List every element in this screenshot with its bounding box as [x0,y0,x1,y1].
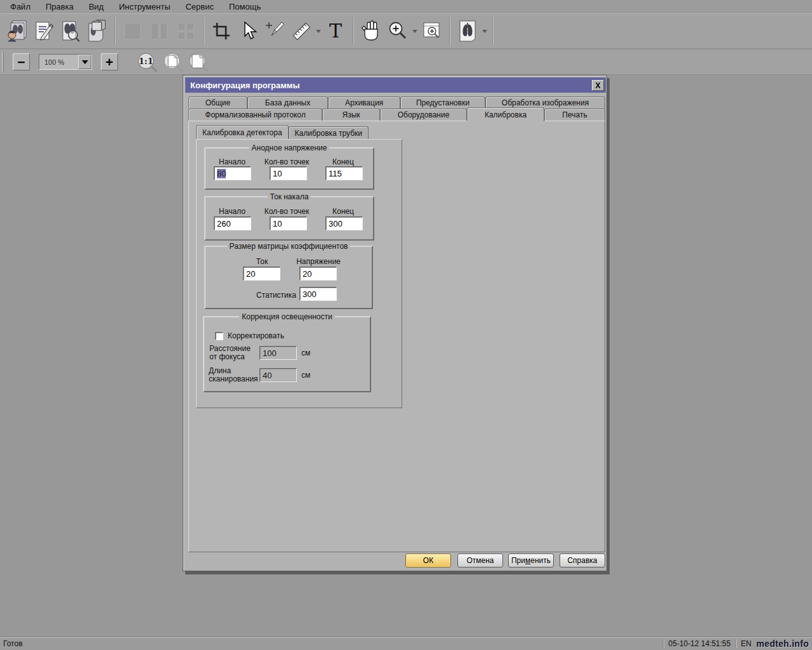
correct-checkbox[interactable] [215,332,223,340]
layout-two-panes-icon [151,23,167,39]
statusbar-separator [663,639,664,648]
view-image-button[interactable] [57,17,84,46]
calibration-subtabs: Калибровка детектора Калибровка трубки [196,126,369,139]
layout-two-panes-button [146,17,173,46]
zoom-level-combo[interactable]: 100 % [39,54,92,70]
matrix-size-group: Размер матрицы коэффициентов Ток Напряже… [204,246,373,309]
fit-width-button[interactable] [185,51,211,74]
ok-button[interactable]: ОК [405,554,451,567]
patient-study-button[interactable] [4,17,30,46]
actual-size-icon: 1:1 [135,51,159,74]
ruler-dropdown-arrow-icon[interactable] [316,30,321,33]
tab-database[interactable]: База данных [247,96,328,109]
zoom-out-button[interactable]: − [13,53,30,70]
filament-start-label: Начало [206,207,259,216]
filament-points-input[interactable] [270,216,307,230]
zoom-in-button[interactable] [384,17,411,46]
anode-end-input[interactable] [325,166,363,180]
svg-text:T: T [329,20,342,42]
patient-study-icon [6,20,28,43]
matrix-voltage-label: Напряжение [292,257,345,266]
status-text: Готов [3,639,658,648]
fit-page-icon [160,51,185,74]
anode-voltage-group-title: Анодное напряжение [206,143,373,152]
toolbar-separator [449,17,450,45]
configuration-dialog: Конфигурация программы X Общие База данн… [183,75,607,571]
scalpel-tool-button[interactable] [261,17,288,46]
filament-current-group: Ток накала Начало Кол-во точек Конец [204,196,374,241]
view-image-icon [60,20,81,43]
apply-button[interactable]: Применить [508,554,554,567]
fit-page-button[interactable] [160,51,185,74]
filament-points-label: Кол-во точек [260,207,313,216]
matrix-voltage-input[interactable] [299,267,337,281]
anode-voltage-group: Анодное напряжение Начало Кол-во точек К… [204,147,374,190]
menu-help[interactable]: Помощь [221,0,268,13]
close-button[interactable]: X [592,80,604,91]
anode-points-label: Кол-во точек [260,157,313,166]
tab-calibration[interactable]: Калибровка [467,107,544,121]
filament-start-input[interactable] [214,216,251,230]
status-datetime: 05-10-12 14:51:55 [669,639,731,648]
menu-edit[interactable]: Правка [38,0,81,13]
subtab-tube-calibration[interactable]: Калибровка трубки [289,126,369,139]
dialog-titlebar[interactable]: Конфигурация программы X [185,77,606,93]
pointer-tool-button[interactable] [235,17,261,46]
calibration-tab-panel: Калибровка детектора Калибровка трубки А… [188,121,605,552]
subtab-detector-calibration[interactable]: Калибровка детектора [196,125,289,139]
ruler-tool-button[interactable] [288,17,315,46]
watermark-text: medteh.info [756,639,809,649]
chevron-down-icon [82,60,88,64]
cancel-button[interactable]: Отмена [457,554,503,567]
help-button[interactable]: Справка [560,554,605,567]
scalpel-icon [264,20,285,42]
tab-formalized-protocol[interactable]: Формализованный протокол [188,109,322,121]
filament-end-label: Конец [317,207,370,216]
close-icon: X [595,81,600,90]
pan-hand-button[interactable] [358,17,384,46]
scan-length-unit: см [301,371,310,380]
export-image-button[interactable] [84,17,110,46]
anode-points-input[interactable] [270,166,307,180]
matrix-statistics-input[interactable] [299,287,337,301]
crop-tool-button[interactable] [208,17,235,46]
lungs-view-button[interactable] [454,17,481,46]
edit-protocol-button[interactable] [30,17,57,46]
svg-text:1:1: 1:1 [139,56,154,66]
actual-size-button[interactable]: 1:1 [134,51,160,74]
focus-distance-input [259,346,297,360]
filament-end-input[interactable] [325,216,363,230]
tab-print[interactable]: Печать [544,109,605,121]
lungs-dropdown-arrow-icon[interactable] [482,30,487,33]
tab-archiving[interactable]: Архивация [328,96,400,109]
menu-tools[interactable]: Инструменты [111,0,178,13]
tab-language[interactable]: Язык [322,109,380,121]
anode-start-input[interactable]: 80 [214,166,251,180]
focus-distance-unit: см [301,349,310,357]
zoom-region-button[interactable] [419,17,445,46]
toolbar-separator [492,17,494,45]
layout-grid-icon [178,23,194,39]
menu-view[interactable]: Вид [81,0,112,13]
zoom-region-icon [421,20,443,42]
filament-current-group-title: Ток накала [206,192,373,201]
scan-length-input [259,368,297,382]
menu-service[interactable]: Сервис [178,0,221,13]
scan-length-label: Длина сканирования [209,367,266,383]
lungs-icon [457,20,478,43]
dialog-title: Конфигурация программы [190,81,300,90]
menu-file[interactable]: Файл [3,0,38,13]
main-toolbar: T [0,13,812,49]
anode-end-label: Конец [317,157,370,166]
hand-icon [360,20,382,43]
status-language: EN [741,639,752,648]
text-tool-button[interactable]: T [322,17,349,46]
zoom-dropdown-arrow-icon[interactable] [412,30,417,33]
tab-equipment[interactable]: Оборудование [380,109,467,121]
matrix-current-input[interactable] [243,267,280,281]
toolbar-grip[interactable] [2,53,4,72]
zoom-toolbar: − 100 % + 1:1 [0,50,812,75]
tab-general[interactable]: Общие [188,96,247,109]
zoom-in-step-button[interactable]: + [101,53,118,70]
zoom-combo-arrow-button[interactable] [78,55,91,69]
